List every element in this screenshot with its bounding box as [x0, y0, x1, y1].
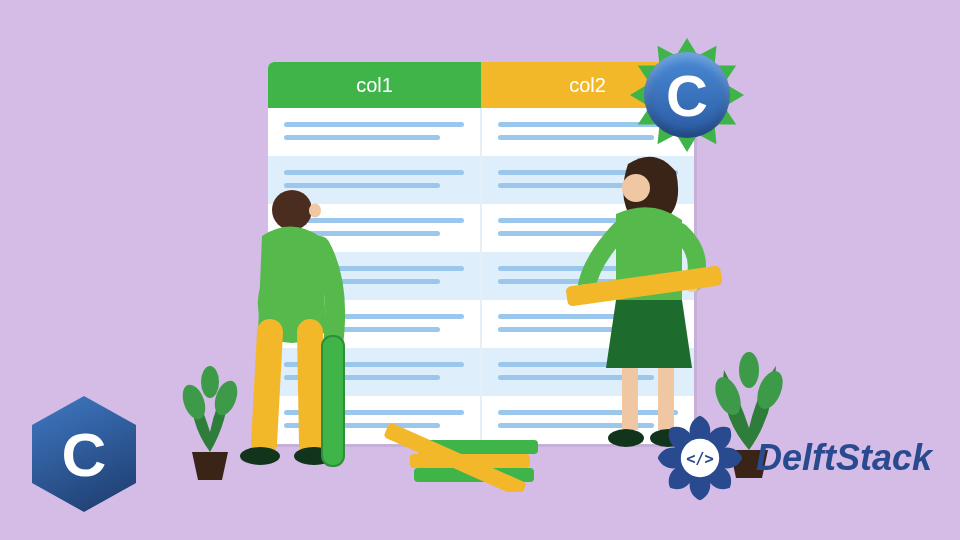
code-glyph: </>: [686, 450, 714, 468]
c-glyph: C: [666, 62, 708, 129]
c-language-badge: C: [628, 36, 746, 154]
svg-point-7: [622, 174, 650, 202]
delftstack-mark-icon: </>: [652, 410, 748, 506]
c-disc: C: [644, 52, 730, 138]
delftstack-logo: </> DelftStack: [652, 410, 932, 506]
table-cell: [268, 108, 482, 156]
svg-rect-5: [322, 336, 344, 466]
plank-pile-illustration: [380, 422, 570, 492]
svg-point-13: [608, 429, 644, 447]
column-header-1: col1: [268, 62, 481, 108]
svg-point-17: [201, 366, 219, 398]
svg-point-20: [739, 352, 759, 388]
brand-wordmark: DelftStack: [756, 437, 932, 479]
c-language-hex-badge: C: [32, 396, 136, 512]
plant-left-illustration: [170, 362, 250, 482]
svg-rect-11: [622, 368, 638, 430]
c-glyph: C: [62, 419, 107, 490]
